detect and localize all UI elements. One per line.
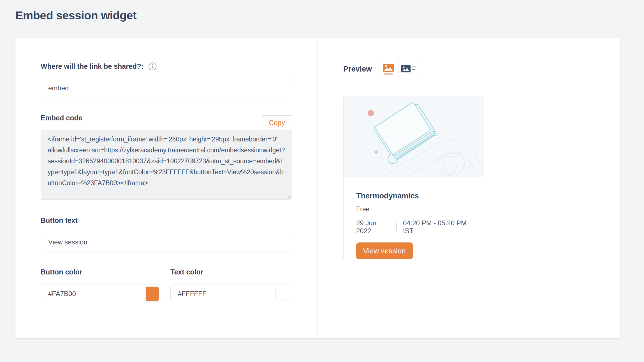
embed-widget-panel: Where will the link be shared?: Embed co… <box>15 38 620 338</box>
preview-label: Preview <box>343 65 372 74</box>
session-cover-illustration <box>344 97 484 177</box>
session-preview-card: Thermodynamics Free 29 Jun 2022 04:20 PM… <box>343 97 484 259</box>
embed-code-label: Embed code <box>41 114 82 122</box>
text-color-swatch[interactable] <box>275 287 288 301</box>
session-time: 04:20 PM - 05:20 PM IST <box>403 219 472 235</box>
image-layout-icon <box>383 63 394 75</box>
session-price: Free <box>356 205 472 213</box>
toggle-image-with-text-layout[interactable] <box>399 60 419 78</box>
copy-button[interactable]: Copy <box>262 115 292 130</box>
widget-settings-column: Where will the link be shared?: Embed co… <box>15 38 318 338</box>
text-color-input[interactable] <box>170 285 292 303</box>
preview-column: Preview <box>318 38 620 338</box>
toggle-image-layout[interactable] <box>378 60 399 78</box>
image-with-text-layout-icon <box>401 63 416 75</box>
share-location-label: Where will the link be shared?: <box>41 62 143 70</box>
info-icon[interactable] <box>149 62 157 70</box>
button-text-input[interactable] <box>41 233 292 251</box>
button-color-input[interactable] <box>41 285 162 303</box>
date-time-divider <box>396 223 397 231</box>
layout-toggle-group <box>378 60 419 78</box>
button-text-label: Button text <box>41 216 78 224</box>
session-title: Thermodynamics <box>356 192 472 200</box>
view-session-button[interactable]: View session <box>356 242 413 259</box>
share-location-input[interactable] <box>41 79 292 97</box>
session-date: 29 Jun 2022 <box>356 219 390 235</box>
page-title: Embed session widget <box>15 9 136 22</box>
button-color-label: Button color <box>41 268 82 276</box>
embed-code-textarea[interactable]: <iframe id='st_registerform_iframe' widt… <box>41 130 292 200</box>
button-color-swatch[interactable] <box>146 287 159 301</box>
text-color-label: Text color <box>170 268 203 276</box>
